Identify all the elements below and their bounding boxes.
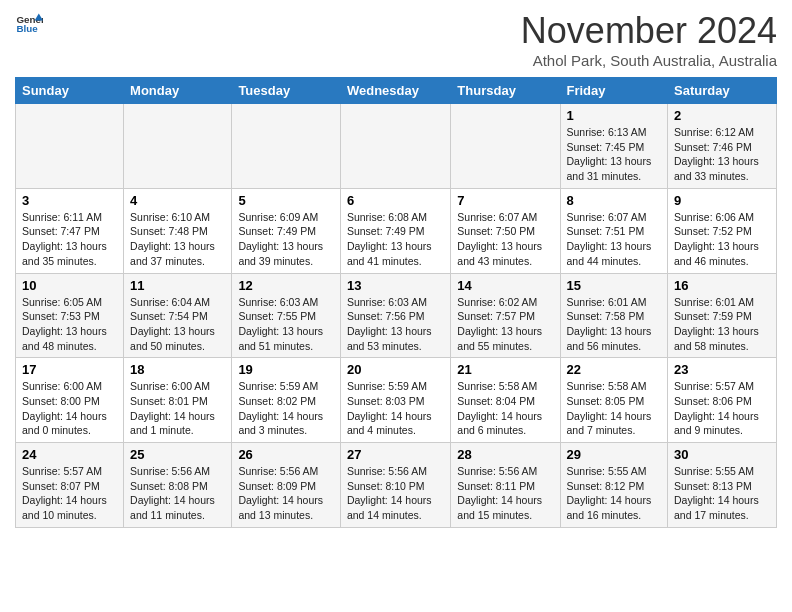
calendar-cell: 14Sunrise: 6:02 AM Sunset: 7:57 PM Dayli… — [451, 273, 560, 358]
week-row-1: 3Sunrise: 6:11 AM Sunset: 7:47 PM Daylig… — [16, 188, 777, 273]
day-info: Sunrise: 6:11 AM Sunset: 7:47 PM Dayligh… — [22, 210, 117, 269]
week-row-0: 1Sunrise: 6:13 AM Sunset: 7:45 PM Daylig… — [16, 104, 777, 189]
day-number: 25 — [130, 447, 225, 462]
week-row-3: 17Sunrise: 6:00 AM Sunset: 8:00 PM Dayli… — [16, 358, 777, 443]
day-number: 27 — [347, 447, 444, 462]
calendar-cell: 9Sunrise: 6:06 AM Sunset: 7:52 PM Daylig… — [668, 188, 777, 273]
day-info: Sunrise: 5:56 AM Sunset: 8:08 PM Dayligh… — [130, 464, 225, 523]
day-info: Sunrise: 5:57 AM Sunset: 8:06 PM Dayligh… — [674, 379, 770, 438]
calendar-cell — [232, 104, 341, 189]
day-info: Sunrise: 5:58 AM Sunset: 8:05 PM Dayligh… — [567, 379, 662, 438]
day-number: 2 — [674, 108, 770, 123]
calendar-cell: 3Sunrise: 6:11 AM Sunset: 7:47 PM Daylig… — [16, 188, 124, 273]
calendar-cell: 27Sunrise: 5:56 AM Sunset: 8:10 PM Dayli… — [340, 443, 450, 528]
calendar-cell: 2Sunrise: 6:12 AM Sunset: 7:46 PM Daylig… — [668, 104, 777, 189]
calendar-cell: 18Sunrise: 6:00 AM Sunset: 8:01 PM Dayli… — [124, 358, 232, 443]
day-info: Sunrise: 6:08 AM Sunset: 7:49 PM Dayligh… — [347, 210, 444, 269]
day-info: Sunrise: 5:59 AM Sunset: 8:03 PM Dayligh… — [347, 379, 444, 438]
day-number: 30 — [674, 447, 770, 462]
weekday-header-sunday: Sunday — [16, 78, 124, 104]
day-number: 9 — [674, 193, 770, 208]
svg-text:Blue: Blue — [16, 23, 38, 34]
calendar-cell: 29Sunrise: 5:55 AM Sunset: 8:12 PM Dayli… — [560, 443, 668, 528]
day-number: 15 — [567, 278, 662, 293]
day-info: Sunrise: 6:09 AM Sunset: 7:49 PM Dayligh… — [238, 210, 334, 269]
day-number: 16 — [674, 278, 770, 293]
weekday-header-row: SundayMondayTuesdayWednesdayThursdayFrid… — [16, 78, 777, 104]
calendar-cell: 1Sunrise: 6:13 AM Sunset: 7:45 PM Daylig… — [560, 104, 668, 189]
day-number: 13 — [347, 278, 444, 293]
day-info: Sunrise: 5:58 AM Sunset: 8:04 PM Dayligh… — [457, 379, 553, 438]
day-number: 24 — [22, 447, 117, 462]
day-number: 1 — [567, 108, 662, 123]
day-number: 12 — [238, 278, 334, 293]
weekday-header-saturday: Saturday — [668, 78, 777, 104]
calendar-cell — [340, 104, 450, 189]
calendar-cell: 24Sunrise: 5:57 AM Sunset: 8:07 PM Dayli… — [16, 443, 124, 528]
day-number: 7 — [457, 193, 553, 208]
calendar-cell: 23Sunrise: 5:57 AM Sunset: 8:06 PM Dayli… — [668, 358, 777, 443]
day-info: Sunrise: 5:55 AM Sunset: 8:12 PM Dayligh… — [567, 464, 662, 523]
day-number: 4 — [130, 193, 225, 208]
day-info: Sunrise: 6:07 AM Sunset: 7:50 PM Dayligh… — [457, 210, 553, 269]
calendar-cell: 5Sunrise: 6:09 AM Sunset: 7:49 PM Daylig… — [232, 188, 341, 273]
day-info: Sunrise: 6:01 AM Sunset: 7:58 PM Dayligh… — [567, 295, 662, 354]
logo-icon: General Blue — [15, 10, 43, 38]
day-number: 11 — [130, 278, 225, 293]
day-number: 6 — [347, 193, 444, 208]
weekday-header-friday: Friday — [560, 78, 668, 104]
day-info: Sunrise: 6:06 AM Sunset: 7:52 PM Dayligh… — [674, 210, 770, 269]
day-info: Sunrise: 5:59 AM Sunset: 8:02 PM Dayligh… — [238, 379, 334, 438]
calendar-cell: 4Sunrise: 6:10 AM Sunset: 7:48 PM Daylig… — [124, 188, 232, 273]
day-info: Sunrise: 6:04 AM Sunset: 7:54 PM Dayligh… — [130, 295, 225, 354]
day-number: 28 — [457, 447, 553, 462]
calendar-cell: 8Sunrise: 6:07 AM Sunset: 7:51 PM Daylig… — [560, 188, 668, 273]
month-title: November 2024 — [521, 10, 777, 52]
weekday-header-tuesday: Tuesday — [232, 78, 341, 104]
week-row-2: 10Sunrise: 6:05 AM Sunset: 7:53 PM Dayli… — [16, 273, 777, 358]
calendar-cell: 7Sunrise: 6:07 AM Sunset: 7:50 PM Daylig… — [451, 188, 560, 273]
calendar-cell: 16Sunrise: 6:01 AM Sunset: 7:59 PM Dayli… — [668, 273, 777, 358]
day-number: 18 — [130, 362, 225, 377]
weekday-header-monday: Monday — [124, 78, 232, 104]
day-number: 23 — [674, 362, 770, 377]
calendar-cell — [451, 104, 560, 189]
calendar-cell: 11Sunrise: 6:04 AM Sunset: 7:54 PM Dayli… — [124, 273, 232, 358]
day-info: Sunrise: 6:13 AM Sunset: 7:45 PM Dayligh… — [567, 125, 662, 184]
day-number: 5 — [238, 193, 334, 208]
day-info: Sunrise: 6:03 AM Sunset: 7:56 PM Dayligh… — [347, 295, 444, 354]
day-info: Sunrise: 6:12 AM Sunset: 7:46 PM Dayligh… — [674, 125, 770, 184]
day-info: Sunrise: 6:05 AM Sunset: 7:53 PM Dayligh… — [22, 295, 117, 354]
day-number: 8 — [567, 193, 662, 208]
day-number: 14 — [457, 278, 553, 293]
day-info: Sunrise: 6:01 AM Sunset: 7:59 PM Dayligh… — [674, 295, 770, 354]
calendar-cell: 12Sunrise: 6:03 AM Sunset: 7:55 PM Dayli… — [232, 273, 341, 358]
calendar-cell: 17Sunrise: 6:00 AM Sunset: 8:00 PM Dayli… — [16, 358, 124, 443]
calendar-cell: 28Sunrise: 5:56 AM Sunset: 8:11 PM Dayli… — [451, 443, 560, 528]
day-number: 20 — [347, 362, 444, 377]
calendar-table: SundayMondayTuesdayWednesdayThursdayFrid… — [15, 77, 777, 528]
weekday-header-wednesday: Wednesday — [340, 78, 450, 104]
day-number: 3 — [22, 193, 117, 208]
day-info: Sunrise: 5:57 AM Sunset: 8:07 PM Dayligh… — [22, 464, 117, 523]
day-info: Sunrise: 6:10 AM Sunset: 7:48 PM Dayligh… — [130, 210, 225, 269]
page-header: General Blue November 2024 Athol Park, S… — [15, 10, 777, 69]
calendar-cell: 22Sunrise: 5:58 AM Sunset: 8:05 PM Dayli… — [560, 358, 668, 443]
calendar-cell: 6Sunrise: 6:08 AM Sunset: 7:49 PM Daylig… — [340, 188, 450, 273]
calendar-cell: 10Sunrise: 6:05 AM Sunset: 7:53 PM Dayli… — [16, 273, 124, 358]
calendar-cell: 20Sunrise: 5:59 AM Sunset: 8:03 PM Dayli… — [340, 358, 450, 443]
calendar-cell: 21Sunrise: 5:58 AM Sunset: 8:04 PM Dayli… — [451, 358, 560, 443]
calendar-cell — [16, 104, 124, 189]
day-info: Sunrise: 6:07 AM Sunset: 7:51 PM Dayligh… — [567, 210, 662, 269]
day-info: Sunrise: 6:00 AM Sunset: 8:01 PM Dayligh… — [130, 379, 225, 438]
weekday-header-thursday: Thursday — [451, 78, 560, 104]
calendar-cell: 30Sunrise: 5:55 AM Sunset: 8:13 PM Dayli… — [668, 443, 777, 528]
day-number: 19 — [238, 362, 334, 377]
title-block: November 2024 Athol Park, South Australi… — [521, 10, 777, 69]
day-number: 29 — [567, 447, 662, 462]
day-number: 10 — [22, 278, 117, 293]
day-number: 22 — [567, 362, 662, 377]
logo: General Blue — [15, 10, 43, 38]
calendar-cell: 26Sunrise: 5:56 AM Sunset: 8:09 PM Dayli… — [232, 443, 341, 528]
calendar-cell: 15Sunrise: 6:01 AM Sunset: 7:58 PM Dayli… — [560, 273, 668, 358]
